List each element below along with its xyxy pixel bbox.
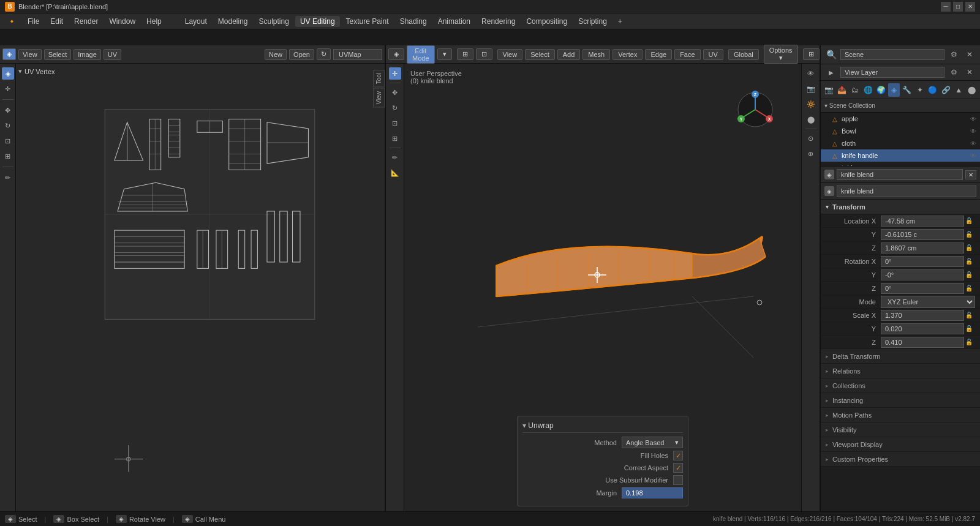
obj-apple[interactable]: △ apple 👁: [821, 113, 980, 125]
unwrap-margin-field[interactable]: 0.198: [622, 487, 683, 498]
uv-transform-tool[interactable]: ⊞: [2, 150, 14, 162]
viewlayer-settings-btn[interactable]: ⚙: [947, 66, 960, 79]
vp-view-nav[interactable]: 👁: [805, 67, 817, 80]
box-select-key[interactable]: ◈: [53, 515, 64, 523]
scene-field[interactable]: Scene: [840, 49, 944, 60]
uv-rotate-tool[interactable]: ↻: [2, 119, 14, 132]
menu-render[interactable]: Render: [69, 16, 103, 27]
vp-layout-toggle[interactable]: ⊞: [803, 48, 820, 60]
props-scene-btn[interactable]: 🌐: [862, 83, 874, 97]
vp-options-btn[interactable]: Options ▾: [764, 45, 798, 64]
rotation-z-value[interactable]: 0°: [881, 283, 964, 294]
location-x-value[interactable]: -47.58 cm: [881, 216, 964, 227]
rotation-y-value[interactable]: -0°: [881, 269, 964, 280]
vp-xray-btn[interactable]: ⊙: [805, 132, 817, 145]
location-z-value[interactable]: 1.8607 cm: [881, 242, 964, 254]
unwrap-method-field[interactable]: Angle Based ▾: [622, 437, 683, 448]
workspace-scripting[interactable]: Scripting: [573, 16, 612, 27]
vp-annotate-tool[interactable]: ✏: [389, 151, 401, 163]
uv-tool-tab[interactable]: Tool: [373, 70, 385, 87]
workspace-shading[interactable]: Shading: [395, 16, 432, 27]
menu-file[interactable]: File: [23, 16, 44, 27]
uv-image-btn[interactable]: Image: [74, 49, 101, 60]
collections-section[interactable]: ▸ Collections: [821, 378, 980, 393]
viewlayer-close-btn[interactable]: ✕: [963, 66, 976, 79]
props-render-btn[interactable]: 📷: [823, 83, 835, 97]
workspace-modeling[interactable]: Modeling: [213, 16, 253, 27]
workspace-compositing[interactable]: Compositing: [521, 16, 572, 27]
props-material-btn[interactable]: ⬤: [966, 83, 978, 97]
relations-section[interactable]: ▸ Relations: [821, 364, 980, 378]
uv-cursor-tool[interactable]: ✛: [2, 83, 14, 95]
uv-view-btn[interactable]: View: [18, 49, 42, 60]
vp-dropdown[interactable]: ▾: [437, 48, 452, 60]
obj-bowl[interactable]: △ Bowl 👁: [821, 125, 980, 137]
vp-face-btn[interactable]: Face: [674, 49, 700, 60]
obj-cloth[interactable]: △ cloth 👁: [821, 137, 980, 149]
location-y-value[interactable]: -0.61015 c: [881, 229, 964, 240]
scene-settings-btn[interactable]: ⚙: [947, 48, 960, 61]
data-name-close-1[interactable]: ✕: [965, 170, 976, 179]
visibility-section[interactable]: ▸ Visibility: [821, 423, 980, 437]
uv-mode-btn[interactable]: ◈: [2, 48, 16, 60]
minimize-button[interactable]: ─: [941, 2, 951, 12]
maximize-button[interactable]: □: [953, 2, 963, 12]
menu-window[interactable]: Window: [104, 16, 140, 27]
workspace-rendering[interactable]: Rendering: [477, 16, 520, 27]
vp-snap-btn[interactable]: ⊕: [805, 148, 817, 160]
scene-icon-btn[interactable]: 🔍: [824, 48, 838, 61]
vp-uv-btn[interactable]: UV: [703, 49, 723, 60]
instancing-section[interactable]: ▸ Instancing: [821, 393, 980, 408]
rotation-x-value[interactable]: 0°: [881, 256, 964, 267]
vp-mesh-btn[interactable]: Mesh: [582, 49, 610, 60]
uv-scale-tool[interactable]: ⊡: [2, 135, 14, 147]
workspace-uv-editing[interactable]: UV Editing: [295, 16, 340, 27]
mode-dropdown[interactable]: XYZ Euler: [881, 296, 975, 308]
vp-select-btn[interactable]: Select: [525, 49, 555, 60]
vp-move-tool[interactable]: ✥: [389, 86, 401, 99]
vp-edit-mode[interactable]: Edit Mode: [407, 45, 435, 64]
workspace-sculpting[interactable]: Sculpting: [254, 16, 294, 27]
props-world-btn[interactable]: 🌍: [875, 83, 887, 97]
render-icon-btn[interactable]: ▶: [824, 66, 838, 79]
uv-reload-button[interactable]: ↻: [317, 48, 331, 60]
viewport-display-section[interactable]: ▸ Viewport Display: [821, 437, 980, 452]
vp-mode-selector[interactable]: ◈: [388, 48, 404, 60]
vp-rotate-tool[interactable]: ↻: [389, 102, 401, 114]
scale-y-value[interactable]: 0.020: [881, 323, 964, 334]
uv-view-tab[interactable]: View: [373, 88, 385, 108]
scale-z-value[interactable]: 0.410: [881, 337, 964, 348]
uv-map-field[interactable]: [333, 49, 382, 60]
vp-render-preview[interactable]: 🔆: [805, 98, 817, 110]
vp-global-orient[interactable]: Global: [728, 49, 759, 60]
menu-edit[interactable]: Edit: [45, 16, 68, 27]
props-physics-btn[interactable]: 🔵: [927, 83, 938, 97]
vp-edge-btn[interactable]: Edge: [645, 49, 672, 60]
obj-table[interactable]: △ table 👁: [821, 162, 980, 167]
uv-annotate-tool[interactable]: ✏: [2, 171, 14, 184]
vp-camera-btn[interactable]: 📷: [805, 83, 817, 95]
props-data-btn[interactable]: ▲: [953, 83, 965, 97]
uv-new-button[interactable]: New: [265, 49, 287, 60]
vp-add-btn[interactable]: Add: [557, 49, 581, 60]
custom-properties-section[interactable]: ▸ Custom Properties: [821, 452, 980, 467]
workspace-add-tab[interactable]: +: [613, 16, 627, 27]
vp-measure-tool[interactable]: 📐: [389, 167, 401, 179]
scene-close-btn[interactable]: ✕: [963, 48, 976, 61]
vp-scale-tool[interactable]: ⊡: [389, 117, 401, 129]
menu-help[interactable]: Help: [141, 16, 167, 27]
vp-cursor-tool[interactable]: ✛: [389, 67, 401, 80]
viewlayer-field[interactable]: View Layer: [840, 67, 944, 78]
call-menu-key[interactable]: ◈: [182, 515, 193, 523]
vp-transform-tool[interactable]: ⊞: [389, 132, 401, 145]
data-name-field-2[interactable]: [837, 186, 976, 197]
vp-shading-options[interactable]: ⊞: [457, 48, 473, 60]
unwrap-correct-aspect-checkbox[interactable]: ✓: [673, 463, 683, 473]
props-object-btn[interactable]: ◈: [888, 83, 900, 97]
vp-wireframe-btn[interactable]: ⊡: [476, 48, 492, 60]
workspace-texture-paint[interactable]: Texture Paint: [341, 16, 394, 27]
unwrap-subsurf-checkbox[interactable]: [673, 475, 683, 485]
data-name-field-1[interactable]: [837, 169, 963, 180]
props-particles-btn[interactable]: ✦: [914, 83, 925, 97]
rotate-view-key[interactable]: ◈: [116, 515, 127, 523]
